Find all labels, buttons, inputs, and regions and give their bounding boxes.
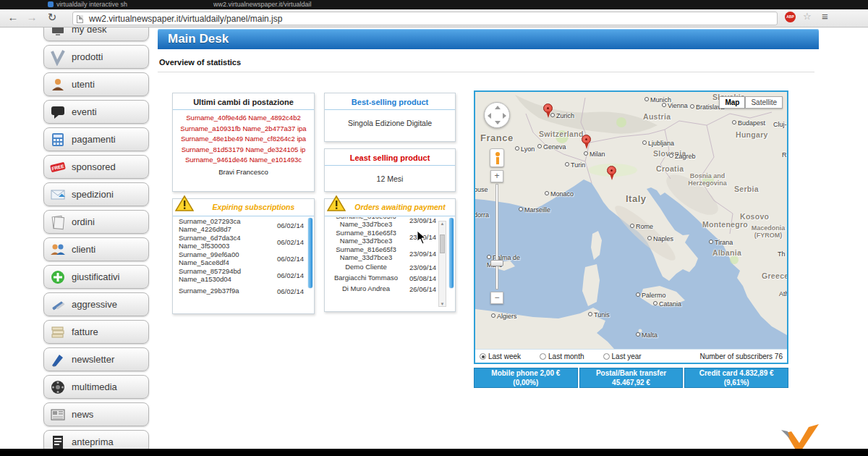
speech-bubble-icon bbox=[49, 104, 67, 121]
map-label: Macedonia (FYROM) bbox=[744, 225, 787, 239]
zoom-out-button[interactable]: − bbox=[490, 292, 503, 304]
adblock-badge-icon[interactable]: ABP bbox=[785, 12, 796, 22]
zoom-slider-track[interactable] bbox=[495, 184, 498, 290]
panel-orders-awaiting-payment: Orders awaiting payment Surname_816e65f3… bbox=[324, 198, 456, 312]
map-label: Austria bbox=[643, 112, 671, 121]
sidebar-item-my-desk[interactable]: my desk bbox=[43, 28, 149, 41]
browser-tab-strip: virtualdaily interactive sh ww2.virtualn… bbox=[0, 0, 868, 9]
zoom-in-button[interactable]: + bbox=[490, 170, 503, 182]
map-label: Vienna bbox=[662, 102, 688, 109]
overview-subtitle: Overview of statistics bbox=[159, 58, 241, 67]
least-selling-value: 12 Mesi bbox=[325, 174, 455, 183]
scrollbar-thumb[interactable] bbox=[308, 218, 312, 288]
map-canvas[interactable]: FranceItalySwitzerlandAustriaSlovakiaHun… bbox=[475, 92, 787, 349]
filter-last-year[interactable]: Last year bbox=[603, 352, 642, 360]
main-desk-header: Main Desk bbox=[158, 29, 819, 49]
orders-list: Surname_816e65f3 Name_33d7bce323/09/14 S… bbox=[325, 217, 455, 310]
scroll-thumb[interactable] bbox=[440, 235, 445, 253]
expiry-date: 06/02/14 bbox=[277, 221, 304, 229]
sidebar-item-anteprima[interactable]: anteprima bbox=[43, 430, 149, 449]
subscriber-name: Surname_027293ca Name_4226d8d7 bbox=[179, 218, 255, 233]
sidebar-item-fatture[interactable]: fatture bbox=[43, 320, 149, 344]
sidebar-item-spedizioni[interactable]: spedizioni bbox=[43, 182, 149, 206]
scroll-down-arrow[interactable]: ▼ bbox=[439, 302, 446, 306]
map-label: Greece bbox=[762, 271, 787, 280]
calculator-icon bbox=[49, 131, 67, 148]
scrollbar-thumb[interactable] bbox=[449, 218, 454, 288]
scroll-up-arrow[interactable]: ▲ bbox=[439, 221, 446, 226]
map-marker-central-italy[interactable] bbox=[607, 166, 616, 175]
sidebar-item-giustificativi[interactable]: giustificativi bbox=[43, 265, 149, 289]
map-marker-zurich[interactable] bbox=[543, 104, 553, 113]
total-postal-bank: Postal/Bank transfer 45.467,92 € (90,39%… bbox=[579, 368, 684, 388]
panel-title: Expiring subscriptions bbox=[195, 203, 312, 211]
envelope-icon bbox=[49, 186, 67, 203]
total-mobile-phone: Mobile phone 2,00 € (0,00%) bbox=[474, 368, 578, 388]
map-type-map-button[interactable]: Map bbox=[719, 96, 745, 109]
sidebar-item-pagamenti[interactable]: pagamenti bbox=[43, 127, 149, 151]
browser-tab-2[interactable]: ww2.virtualnewspaper.it/virtualdail bbox=[213, 1, 312, 8]
list-item: Bargiacchi Tommaso05/08/14 bbox=[325, 273, 455, 284]
filter-last-month[interactable]: Last month bbox=[540, 352, 584, 360]
sidebar-item-prodotti[interactable]: prodotti bbox=[43, 45, 149, 69]
address-bar[interactable]: ww2.virtualnewspaper.it/virtualdaily/pan… bbox=[72, 12, 778, 25]
sidebar-item-label: clienti bbox=[72, 244, 95, 255]
inner-scrollbar[interactable]: ▲▼ bbox=[438, 221, 446, 307]
browser-menu-icon[interactable]: ≡ bbox=[822, 10, 828, 22]
sidebar-item-label: prodotti bbox=[72, 51, 103, 62]
radio-icon[interactable] bbox=[540, 353, 546, 360]
map-label: Marseille bbox=[519, 206, 550, 214]
sidebar-item-clienti[interactable]: clienti bbox=[43, 237, 149, 261]
pegman-control[interactable] bbox=[490, 148, 504, 167]
browser-tab-1[interactable]: virtualdaily interactive sh bbox=[56, 1, 127, 8]
papers-icon bbox=[49, 214, 67, 231]
map-label: Ljubljana bbox=[642, 140, 674, 147]
subscriber-count: Number of subscribers 76 bbox=[700, 352, 783, 360]
back-button[interactable]: ← bbox=[6, 11, 20, 23]
letterbox-bottom bbox=[0, 449, 868, 456]
map-marker-milan[interactable] bbox=[582, 135, 591, 144]
sidebar-item-sponsored[interactable]: FREE sponsored bbox=[43, 155, 149, 179]
free-stamp-icon: FREE bbox=[49, 159, 67, 176]
recent-row: Surname_48e1be49 Name_cf8264c2 ipa bbox=[173, 134, 314, 145]
recent-row: Surname_a10931fb Name_2b477a37 ipa bbox=[173, 124, 314, 135]
panel-title: Least selling product bbox=[325, 149, 455, 166]
sidebar-item-eventi[interactable]: eventi bbox=[43, 100, 149, 124]
order-date: 05/08/14 bbox=[409, 274, 436, 282]
sidebar-item-ordini[interactable]: ordini bbox=[43, 210, 149, 234]
list-item: Surname_816e65f3 Name_33d7bce323/09/14 bbox=[325, 245, 455, 262]
sidebar-item-utenti[interactable]: utenti bbox=[43, 72, 149, 96]
sidebar-item-label: aggressive bbox=[72, 299, 117, 310]
bookmark-star-icon[interactable]: ☆ bbox=[803, 11, 812, 22]
sidebar-item-label: giustificativi bbox=[72, 271, 119, 282]
map-label: Serbia bbox=[734, 185, 759, 193]
sidebar-item-newsletter[interactable]: newsletter bbox=[43, 347, 149, 371]
sidebar-item-label: eventi bbox=[72, 106, 97, 117]
sidebar-item-multimedia[interactable]: multimedia bbox=[43, 375, 149, 399]
zoom-slider-handle[interactable] bbox=[490, 260, 503, 266]
recent-footer: Bravi Francesco bbox=[173, 168, 314, 176]
panel-title: Ultimi cambi di postazione bbox=[173, 93, 314, 110]
refresh-button[interactable]: ↻ bbox=[45, 11, 59, 24]
subscriber-name: Surname_29b37f9a bbox=[179, 287, 255, 295]
map-type-buttons: Map Satellite bbox=[719, 96, 783, 109]
total-credit-card: Credit card 4.832,89 € (9,61%) bbox=[684, 368, 788, 388]
list-item: Surname_816e65f3 Name_33d7bce323/09/14 bbox=[325, 217, 455, 229]
total-label: Credit card 4.832,89 € bbox=[685, 369, 788, 379]
radio-icon[interactable] bbox=[603, 353, 610, 360]
filter-last-week[interactable]: Last week bbox=[480, 352, 521, 360]
sidebar-item-label: my desk bbox=[72, 28, 106, 35]
warning-icon bbox=[175, 195, 194, 212]
map-type-satellite-button[interactable]: Satellite bbox=[745, 96, 783, 109]
forward-button[interactable]: → bbox=[25, 11, 39, 23]
sidebar-item-aggressive[interactable]: aggressive bbox=[43, 292, 149, 316]
total-label: Postal/Bank transfer 45.467,92 € bbox=[580, 369, 683, 387]
sidebar-item-news[interactable]: news bbox=[43, 402, 149, 426]
map-pan-control[interactable] bbox=[484, 102, 510, 128]
recent-row: Surname_9461de46 Name_e101493c bbox=[173, 155, 314, 166]
radio-selected-icon[interactable] bbox=[480, 353, 486, 360]
divider bbox=[158, 72, 814, 72]
pencil-tools-icon bbox=[49, 296, 67, 313]
map-filter-bar: Last week Last month Last year Number of… bbox=[475, 349, 787, 363]
map-label: Tunis bbox=[588, 311, 610, 318]
